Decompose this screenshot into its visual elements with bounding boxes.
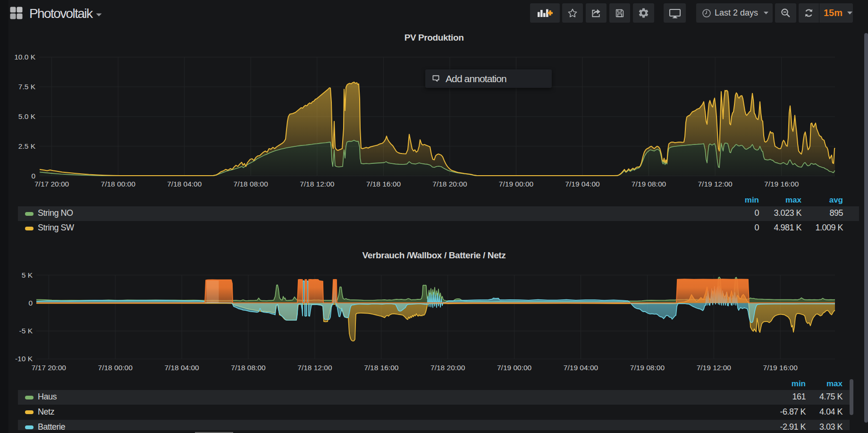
- svg-text:7/19 12:00: 7/19 12:00: [697, 364, 732, 372]
- svg-text:10.0 K: 10.0 K: [14, 53, 35, 61]
- svg-text:7/18 04:00: 7/18 04:00: [167, 180, 202, 188]
- svg-text:7/19 08:00: 7/19 08:00: [630, 364, 665, 372]
- svg-text:7/19 00:00: 7/19 00:00: [499, 180, 534, 188]
- svg-text:7/18 12:00: 7/18 12:00: [300, 180, 335, 188]
- svg-text:7/18 08:00: 7/18 08:00: [234, 180, 269, 188]
- svg-text:0: 0: [28, 299, 33, 307]
- svg-text:7/19 04:00: 7/19 04:00: [565, 180, 600, 188]
- svg-text:2.5 K: 2.5 K: [18, 142, 36, 150]
- svg-text:7/18 04:00: 7/18 04:00: [164, 364, 199, 372]
- svg-text:7/18 00:00: 7/18 00:00: [101, 180, 136, 188]
- svg-text:7/18 16:00: 7/18 16:00: [366, 180, 401, 188]
- svg-text:7/19 16:00: 7/19 16:00: [764, 180, 799, 188]
- svg-text:5 K: 5 K: [22, 271, 33, 279]
- svg-text:7/17 20:00: 7/17 20:00: [32, 364, 67, 372]
- svg-text:7/18 20:00: 7/18 20:00: [430, 364, 465, 372]
- svg-text:-5 K: -5 K: [19, 327, 33, 335]
- svg-text:7/18 00:00: 7/18 00:00: [98, 364, 133, 372]
- svg-text:7/18 16:00: 7/18 16:00: [364, 364, 399, 372]
- svg-text:7/18 08:00: 7/18 08:00: [231, 364, 266, 372]
- svg-text:0: 0: [31, 172, 35, 180]
- svg-text:7/19 12:00: 7/19 12:00: [698, 180, 733, 188]
- svg-text:7/18 12:00: 7/18 12:00: [297, 364, 332, 372]
- svg-text:7/17 20:00: 7/17 20:00: [34, 180, 69, 188]
- svg-text:7/19 16:00: 7/19 16:00: [763, 364, 798, 372]
- svg-text:5.0 K: 5.0 K: [18, 112, 36, 120]
- svg-text:7/19 04:00: 7/19 04:00: [564, 364, 598, 372]
- svg-text:7/18 20:00: 7/18 20:00: [432, 180, 467, 188]
- svg-text:7/19 00:00: 7/19 00:00: [497, 364, 532, 372]
- svg-text:7/19 08:00: 7/19 08:00: [632, 180, 666, 188]
- svg-text:7.5 K: 7.5 K: [18, 83, 36, 91]
- svg-text:-10 K: -10 K: [15, 355, 33, 363]
